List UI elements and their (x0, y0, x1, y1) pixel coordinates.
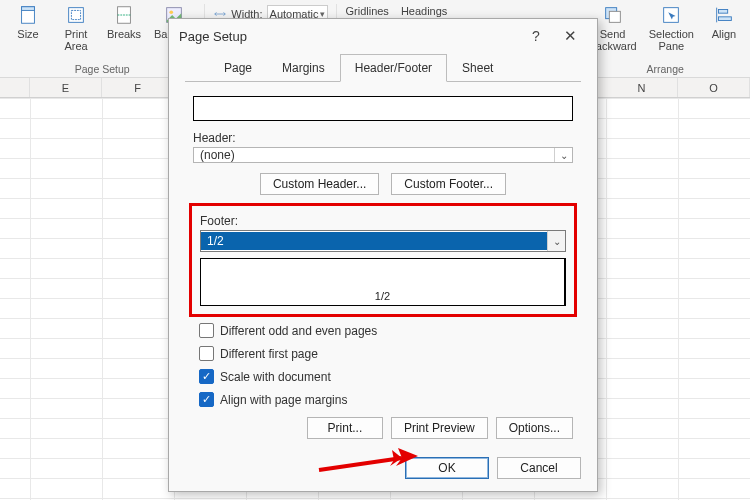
chevron-down-icon: ⌄ (547, 231, 565, 251)
dialog-footer: OK Cancel (169, 449, 597, 491)
dialog-close-button[interactable]: ✕ (553, 27, 587, 45)
footer-highlight: Footer: 1/2 ⌄ 1/2 (189, 203, 577, 317)
header-preview (193, 96, 573, 121)
checkbox-unchecked-icon (199, 323, 214, 338)
chevron-down-icon: ⌄ (554, 148, 572, 162)
custom-header-button[interactable]: Custom Header... (260, 173, 379, 195)
cancel-button[interactable]: Cancel (497, 457, 581, 479)
chk-align-label: Align with page margins (220, 393, 347, 407)
print-preview-button[interactable]: Print Preview (391, 417, 488, 439)
ribbon-group-arrange-label: Arrange (647, 63, 684, 75)
chk-diff-odd-even-label: Different odd and even pages (220, 324, 377, 338)
header-combo-value: (none) (194, 148, 554, 162)
send-backward-icon (602, 4, 624, 26)
chk-diff-odd-even[interactable]: Different odd and even pages (199, 323, 567, 338)
checkbox-unchecked-icon (199, 346, 214, 361)
footer-preview: 1/2 (200, 258, 566, 306)
chk-align[interactable]: ✓ Align with page margins (199, 392, 567, 407)
chk-diff-first[interactable]: Different first page (199, 346, 567, 361)
svg-rect-9 (609, 11, 620, 22)
svg-rect-2 (69, 8, 84, 23)
col-header[interactable]: O (678, 78, 750, 97)
ribbon-size-label: Size (17, 28, 38, 40)
dialog-titlebar[interactable]: Page Setup ? ✕ (169, 19, 597, 53)
chevron-down-icon: ▾ (320, 9, 325, 19)
col-header[interactable]: F (102, 78, 174, 97)
dialog-title: Page Setup (179, 29, 519, 44)
footer-preview-text: 1/2 (375, 290, 390, 302)
ok-button[interactable]: OK (405, 457, 489, 479)
page-size-icon (17, 4, 39, 26)
dialog-help-button[interactable]: ? (519, 28, 553, 44)
checkbox-checked-icon: ✓ (199, 369, 214, 384)
header-combo[interactable]: (none) ⌄ (193, 147, 573, 163)
footer-combo[interactable]: 1/2 ⌄ (200, 230, 566, 252)
ribbon-size-button[interactable]: Size (6, 2, 50, 54)
dialog-tabs: Page Margins Header/Footer Sheet (209, 53, 581, 81)
ribbon-breaks-button[interactable]: Breaks (102, 2, 146, 54)
svg-rect-13 (719, 17, 732, 21)
footer-combo-value: 1/2 (201, 232, 547, 250)
chk-diff-first-label: Different first page (220, 347, 318, 361)
ribbon-group-page-setup-label: Page Setup (75, 63, 130, 75)
header-label: Header: (193, 131, 573, 145)
svg-point-7 (170, 10, 174, 14)
tab-page[interactable]: Page (209, 54, 267, 82)
selection-pane-icon (660, 4, 682, 26)
tab-sheet[interactable]: Sheet (447, 54, 508, 82)
col-header[interactable]: E (30, 78, 102, 97)
svg-rect-12 (719, 10, 728, 14)
breaks-icon (113, 4, 135, 26)
ribbon-print-area-button[interactable]: Print Area (54, 2, 98, 54)
ribbon-gridlines-label: Gridlines (345, 5, 388, 17)
col-header[interactable]: N (606, 78, 678, 97)
tab-header-footer[interactable]: Header/Footer (340, 54, 447, 82)
print-button[interactable]: Print... (307, 417, 383, 439)
ribbon-selection-pane-label: Selection Pane (649, 28, 694, 52)
svg-rect-1 (22, 7, 35, 11)
print-area-icon (65, 4, 87, 26)
chk-scale[interactable]: ✓ Scale with document (199, 369, 567, 384)
custom-footer-button[interactable]: Custom Footer... (391, 173, 506, 195)
align-icon (713, 4, 735, 26)
ribbon-headings-label: Headings (401, 5, 447, 17)
checkbox-checked-icon: ✓ (199, 392, 214, 407)
ribbon-align-button[interactable]: Align (702, 2, 746, 54)
ribbon-selection-pane-button[interactable]: Selection Pane (645, 2, 698, 54)
ribbon-align-label: Align (712, 28, 736, 40)
page-setup-dialog: Page Setup ? ✕ Page Margins Header/Foote… (168, 18, 598, 492)
ribbon-breaks-label: Breaks (107, 28, 141, 40)
tab-margins[interactable]: Margins (267, 54, 340, 82)
ribbon-print-area-label: Print Area (64, 28, 87, 52)
footer-label: Footer: (200, 214, 560, 228)
chk-scale-label: Scale with document (220, 370, 331, 384)
options-button[interactable]: Options... (496, 417, 573, 439)
